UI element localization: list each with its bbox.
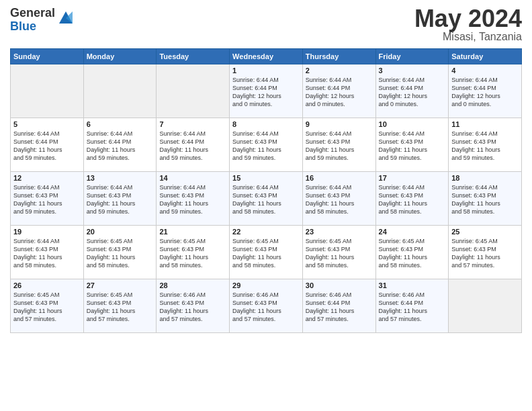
day-info-4-3: Sunrise: 6:46 AM Sunset: 6:43 PM Dayligh…: [232, 291, 300, 324]
title-area: May 2024 Misasi, Tanzania: [414, 7, 522, 43]
day-number-2-5: 17: [379, 174, 446, 182]
day-info-0-3: Sunrise: 6:44 AM Sunset: 6:44 PM Dayligh…: [232, 76, 300, 109]
day-info-2-1: Sunrise: 6:44 AM Sunset: 6:43 PM Dayligh…: [87, 183, 154, 216]
day-number-2-4: 16: [306, 174, 373, 182]
day-number-4-0: 26: [13, 281, 81, 289]
day-info-0-5: Sunrise: 6:44 AM Sunset: 6:44 PM Dayligh…: [379, 76, 446, 109]
week-row-1: 5Sunrise: 6:44 AM Sunset: 6:44 PM Daylig…: [11, 118, 522, 172]
cell-1-0: 5Sunrise: 6:44 AM Sunset: 6:44 PM Daylig…: [11, 118, 84, 172]
day-info-3-1: Sunrise: 6:45 AM Sunset: 6:43 PM Dayligh…: [87, 237, 154, 270]
day-info-4-4: Sunrise: 6:46 AM Sunset: 6:44 PM Dayligh…: [306, 291, 373, 324]
day-number-1-0: 5: [13, 120, 81, 128]
calendar-body: 1Sunrise: 6:44 AM Sunset: 6:44 PM Daylig…: [11, 64, 522, 333]
day-info-3-6: Sunrise: 6:45 AM Sunset: 6:43 PM Dayligh…: [451, 237, 519, 270]
cell-4-3: 29Sunrise: 6:46 AM Sunset: 6:43 PM Dayli…: [230, 279, 303, 333]
day-number-2-3: 15: [232, 174, 300, 182]
day-number-4-3: 29: [232, 281, 300, 289]
header-friday: Friday: [375, 49, 449, 64]
day-info-3-3: Sunrise: 6:45 AM Sunset: 6:43 PM Dayligh…: [232, 237, 300, 270]
day-number-0-4: 2: [306, 66, 373, 75]
calendar-table: Sunday Monday Tuesday Wednesday Thursday…: [10, 48, 522, 333]
calendar-header: Sunday Monday Tuesday Wednesday Thursday…: [11, 49, 522, 64]
cell-3-2: 21Sunrise: 6:45 AM Sunset: 6:43 PM Dayli…: [157, 226, 230, 279]
day-number-3-5: 24: [379, 228, 446, 236]
cell-2-5: 17Sunrise: 6:44 AM Sunset: 6:43 PM Dayli…: [375, 172, 449, 226]
day-number-4-2: 28: [159, 281, 226, 289]
day-number-1-6: 11: [451, 120, 519, 128]
day-number-2-0: 12: [13, 174, 81, 182]
day-number-3-1: 20: [87, 228, 154, 236]
header-wednesday: Wednesday: [230, 49, 303, 64]
logo: General Blue: [10, 7, 75, 34]
day-info-2-5: Sunrise: 6:44 AM Sunset: 6:43 PM Dayligh…: [379, 183, 446, 216]
day-info-4-1: Sunrise: 6:45 AM Sunset: 6:43 PM Dayligh…: [87, 291, 154, 324]
week-row-2: 12Sunrise: 6:44 AM Sunset: 6:43 PM Dayli…: [11, 172, 522, 226]
day-number-4-5: 31: [379, 281, 446, 289]
day-number-1-5: 10: [379, 120, 446, 128]
day-info-2-4: Sunrise: 6:44 AM Sunset: 6:43 PM Dayligh…: [306, 183, 373, 216]
week-row-0: 1Sunrise: 6:44 AM Sunset: 6:44 PM Daylig…: [11, 64, 522, 118]
day-number-3-4: 23: [306, 228, 373, 236]
cell-4-5: 31Sunrise: 6:46 AM Sunset: 6:44 PM Dayli…: [375, 279, 449, 333]
cell-2-6: 18Sunrise: 6:44 AM Sunset: 6:43 PM Dayli…: [449, 172, 522, 226]
day-info-0-6: Sunrise: 6:44 AM Sunset: 6:44 PM Dayligh…: [451, 76, 519, 109]
day-number-2-2: 14: [159, 174, 226, 182]
cell-1-1: 6Sunrise: 6:44 AM Sunset: 6:44 PM Daylig…: [83, 118, 157, 172]
week-row-4: 26Sunrise: 6:45 AM Sunset: 6:43 PM Dayli…: [11, 279, 522, 333]
day-number-3-0: 19: [13, 228, 81, 236]
day-info-1-0: Sunrise: 6:44 AM Sunset: 6:44 PM Dayligh…: [13, 130, 81, 163]
header-monday: Monday: [83, 49, 157, 64]
cell-2-1: 13Sunrise: 6:44 AM Sunset: 6:43 PM Dayli…: [83, 172, 157, 226]
cell-2-3: 15Sunrise: 6:44 AM Sunset: 6:43 PM Dayli…: [230, 172, 303, 226]
logo-blue: Blue: [10, 20, 55, 34]
day-number-1-3: 8: [232, 120, 300, 128]
day-info-1-6: Sunrise: 6:44 AM Sunset: 6:43 PM Dayligh…: [451, 130, 519, 163]
week-row-3: 19Sunrise: 6:44 AM Sunset: 6:43 PM Dayli…: [11, 226, 522, 279]
cell-0-5: 3Sunrise: 6:44 AM Sunset: 6:44 PM Daylig…: [375, 64, 449, 118]
day-number-0-5: 3: [379, 66, 446, 75]
day-number-4-4: 30: [306, 281, 373, 289]
cell-2-2: 14Sunrise: 6:44 AM Sunset: 6:43 PM Dayli…: [157, 172, 230, 226]
cell-4-6: [449, 279, 522, 333]
cell-3-6: 25Sunrise: 6:45 AM Sunset: 6:43 PM Dayli…: [449, 226, 522, 279]
logo-icon: [56, 9, 75, 28]
logo-general: General: [10, 7, 55, 20]
cell-0-1: [83, 64, 157, 118]
cell-2-4: 16Sunrise: 6:44 AM Sunset: 6:43 PM Dayli…: [302, 172, 375, 226]
cell-0-4: 2Sunrise: 6:44 AM Sunset: 6:44 PM Daylig…: [302, 64, 375, 118]
cell-4-4: 30Sunrise: 6:46 AM Sunset: 6:44 PM Dayli…: [302, 279, 375, 333]
page: General Blue May 2024 Misasi, Tanzania S…: [0, 0, 532, 340]
cell-4-0: 26Sunrise: 6:45 AM Sunset: 6:43 PM Dayli…: [11, 279, 84, 333]
day-number-3-6: 25: [451, 228, 519, 236]
day-info-3-0: Sunrise: 6:44 AM Sunset: 6:43 PM Dayligh…: [13, 237, 81, 270]
location-title: Misasi, Tanzania: [414, 31, 522, 43]
day-info-1-2: Sunrise: 6:44 AM Sunset: 6:44 PM Dayligh…: [159, 130, 226, 163]
cell-1-3: 8Sunrise: 6:44 AM Sunset: 6:43 PM Daylig…: [230, 118, 303, 172]
cell-3-1: 20Sunrise: 6:45 AM Sunset: 6:43 PM Dayli…: [83, 226, 157, 279]
header-thursday: Thursday: [302, 49, 375, 64]
logo-text: General Blue: [10, 7, 55, 34]
day-number-1-2: 7: [159, 120, 226, 128]
cell-2-0: 12Sunrise: 6:44 AM Sunset: 6:43 PM Dayli…: [11, 172, 84, 226]
cell-3-0: 19Sunrise: 6:44 AM Sunset: 6:43 PM Dayli…: [11, 226, 84, 279]
day-number-0-6: 4: [451, 66, 519, 75]
day-info-1-4: Sunrise: 6:44 AM Sunset: 6:43 PM Dayligh…: [306, 130, 373, 163]
day-number-4-1: 27: [87, 281, 154, 289]
cell-1-6: 11Sunrise: 6:44 AM Sunset: 6:43 PM Dayli…: [449, 118, 522, 172]
cell-1-2: 7Sunrise: 6:44 AM Sunset: 6:44 PM Daylig…: [157, 118, 230, 172]
day-number-1-4: 9: [306, 120, 373, 128]
cell-0-2: [157, 64, 230, 118]
header-sunday: Sunday: [11, 49, 84, 64]
day-info-2-2: Sunrise: 6:44 AM Sunset: 6:43 PM Dayligh…: [159, 183, 226, 216]
day-info-2-3: Sunrise: 6:44 AM Sunset: 6:43 PM Dayligh…: [232, 183, 300, 216]
day-number-0-3: 1: [232, 66, 300, 75]
cell-3-4: 23Sunrise: 6:45 AM Sunset: 6:43 PM Dayli…: [302, 226, 375, 279]
day-info-4-5: Sunrise: 6:46 AM Sunset: 6:44 PM Dayligh…: [379, 291, 446, 324]
header: General Blue May 2024 Misasi, Tanzania: [10, 7, 522, 43]
day-info-3-2: Sunrise: 6:45 AM Sunset: 6:43 PM Dayligh…: [159, 237, 226, 270]
day-info-1-5: Sunrise: 6:44 AM Sunset: 6:43 PM Dayligh…: [379, 130, 446, 163]
header-tuesday: Tuesday: [157, 49, 230, 64]
day-info-3-4: Sunrise: 6:45 AM Sunset: 6:43 PM Dayligh…: [306, 237, 373, 270]
cell-4-2: 28Sunrise: 6:46 AM Sunset: 6:43 PM Dayli…: [157, 279, 230, 333]
day-info-0-4: Sunrise: 6:44 AM Sunset: 6:44 PM Dayligh…: [306, 76, 373, 109]
